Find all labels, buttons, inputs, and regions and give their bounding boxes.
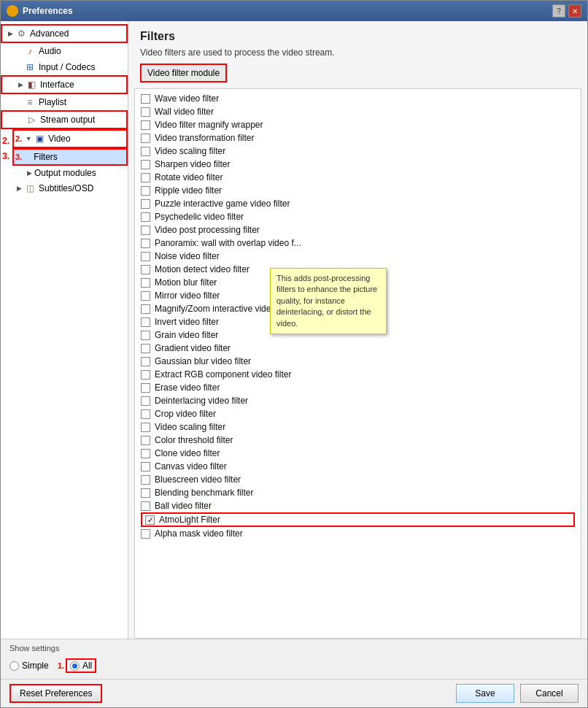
filter-item[interactable]: Puzzle interactive game video filter	[141, 197, 575, 210]
filter-checkbox[interactable]	[141, 239, 150, 248]
filter-item[interactable]: Blending benchmark filter	[141, 486, 575, 499]
filters-area: 4. This adds post-processing filters to …	[128, 88, 587, 639]
filter-checkbox[interactable]	[141, 409, 150, 419]
filter-checkbox[interactable]	[141, 107, 150, 117]
arrow-icon: ▼	[23, 134, 34, 144]
filter-checkbox[interactable]	[141, 278, 150, 288]
radio-all-button[interactable]	[70, 661, 80, 671]
filter-item[interactable]: Crop video filter	[141, 407, 575, 420]
filter-checkbox[interactable]: ✓	[145, 515, 155, 525]
radio-simple-button[interactable]	[9, 661, 19, 671]
filter-checkbox[interactable]	[141, 252, 150, 261]
filter-checkbox[interactable]	[141, 134, 150, 143]
filter-label: Canvas video filter	[155, 461, 227, 472]
filter-item[interactable]: Ripple video filter	[141, 184, 575, 197]
filter-item[interactable]: Video scaling filter	[141, 145, 575, 158]
filter-item[interactable]: Wall video filter	[141, 105, 575, 118]
sidebar-item-output-modules[interactable]: ▶ Output modules	[1, 166, 128, 180]
filter-item[interactable]: Extract RGB component video filter	[141, 368, 575, 381]
filter-item[interactable]: Wave video filter	[141, 92, 575, 105]
filter-checkbox[interactable]	[141, 212, 150, 222]
sidebar-item-input-codecs[interactable]: ⊞ Input / Codecs	[1, 59, 128, 75]
filter-item[interactable]: Video scaling filter	[141, 420, 575, 434]
arrow-icon: ▶	[24, 168, 34, 178]
filter-item[interactable]: Sharpen video filter	[141, 158, 575, 171]
filter-checkbox[interactable]	[141, 304, 150, 314]
filter-checkbox[interactable]	[141, 462, 150, 472]
sidebar-item-video[interactable]: 2. ▼ ▣ Video	[12, 129, 128, 148]
filter-item[interactable]: Panoramix: wall with overlap video f...	[141, 236, 575, 250]
sidebar-item-stream-output[interactable]: ▷ Stream output	[1, 110, 128, 129]
video-filter-module-section: Video filter module	[128, 64, 587, 88]
filter-item[interactable]: Gradient video filter	[141, 342, 575, 355]
filter-label: Video post processing filter	[155, 225, 260, 235]
sidebar-item-audio[interactable]: ♪ Audio	[1, 43, 128, 59]
filter-item[interactable]: Rotate video filter	[141, 171, 575, 184]
filter-label: Noise video filter	[155, 251, 220, 261]
filter-checkbox[interactable]	[141, 160, 150, 169]
sidebar-item-subtitles-osd[interactable]: ▶ ◫ Subtitles/OSD	[1, 180, 128, 196]
radio-all[interactable]: All	[66, 658, 96, 673]
filter-label: Video transformation filter	[155, 133, 255, 143]
filter-checkbox[interactable]	[141, 147, 150, 156]
step1-wrapper: 1. All	[58, 658, 97, 673]
cancel-button[interactable]: Cancel	[520, 684, 579, 703]
filter-item[interactable]: Video transformation filter	[141, 131, 575, 145]
help-button[interactable]: ?	[552, 4, 565, 18]
action-buttons: Save Cancel	[456, 684, 579, 703]
filter-item[interactable]: Clone video filter	[141, 447, 575, 460]
filter-label: Psychedelic video filter	[155, 212, 244, 222]
filter-item[interactable]: Bluescreen video filter	[141, 473, 575, 486]
reset-preferences-button[interactable]: Reset Preferences	[9, 684, 102, 703]
filter-label: AtmoLight Filter	[159, 515, 220, 525]
filter-checkbox[interactable]	[141, 173, 150, 182]
radio-simple[interactable]: Simple	[9, 661, 49, 671]
filter-item[interactable]: Color threshold filter	[141, 434, 575, 447]
filter-item[interactable]: Psychedelic video filter	[141, 210, 575, 223]
filter-item[interactable]: Erase video filter	[141, 381, 575, 394]
sidebar-item-playlist[interactable]: ≡ Playlist	[1, 94, 128, 110]
filter-checkbox[interactable]	[141, 370, 150, 380]
filter-item[interactable]: Canvas video filter	[141, 460, 575, 473]
filter-checkbox[interactable]	[141, 331, 150, 340]
save-button[interactable]: Save	[456, 684, 514, 703]
filter-checkbox[interactable]	[141, 94, 150, 104]
panel-title: Filters	[128, 21, 587, 46]
filter-checkbox[interactable]	[141, 436, 150, 445]
filter-item[interactable]: Video post processing filter	[141, 223, 575, 236]
filter-checkbox[interactable]	[141, 344, 150, 353]
arrow-spacer	[23, 152, 34, 162]
filter-checkbox[interactable]	[141, 357, 150, 366]
panel-description: Video filters are used to process the vi…	[128, 46, 587, 64]
filter-item[interactable]: ✓AtmoLight Filter	[141, 512, 575, 527]
filter-checkbox[interactable]	[141, 199, 150, 209]
filter-checkbox[interactable]	[141, 120, 150, 130]
filter-checkbox[interactable]	[141, 475, 150, 485]
filter-checkbox[interactable]	[141, 501, 150, 511]
filter-label: Sharpen video filter	[155, 159, 230, 169]
filter-checkbox[interactable]	[141, 318, 150, 327]
filter-item[interactable]: Alpha mask video filter	[141, 527, 575, 540]
filter-checkbox[interactable]	[141, 449, 150, 458]
sidebar-item-advanced[interactable]: ▶ ⚙ Advanced	[1, 24, 128, 43]
filter-checkbox[interactable]	[141, 488, 150, 498]
filter-checkbox[interactable]	[141, 291, 150, 301]
filter-checkbox[interactable]	[141, 265, 150, 274]
filter-checkbox[interactable]	[141, 186, 150, 196]
filter-item[interactable]: Ball video filter	[141, 499, 575, 512]
sidebar-item-filters[interactable]: 3. Filters	[12, 148, 128, 166]
filter-checkbox[interactable]	[141, 396, 150, 406]
filter-item[interactable]: Gaussian blur video filter	[141, 355, 575, 368]
filters-list[interactable]: This adds post-processing filters to enh…	[134, 88, 581, 639]
filter-item[interactable]: Video filter magnify wrapper	[141, 118, 575, 131]
filter-label: Crop video filter	[155, 409, 216, 419]
close-button[interactable]: ✕	[568, 4, 581, 18]
sidebar-item-interface[interactable]: ▶ ◧ Interface	[1, 75, 128, 94]
filter-checkbox[interactable]	[141, 226, 150, 235]
filter-label: Video scaling filter	[155, 422, 225, 432]
filter-checkbox[interactable]	[141, 529, 150, 539]
filter-item[interactable]: Deinterlacing video filter	[141, 394, 575, 407]
filter-checkbox[interactable]	[141, 423, 150, 432]
filter-checkbox[interactable]	[141, 383, 150, 393]
filter-item[interactable]: Noise video filter	[141, 250, 575, 263]
